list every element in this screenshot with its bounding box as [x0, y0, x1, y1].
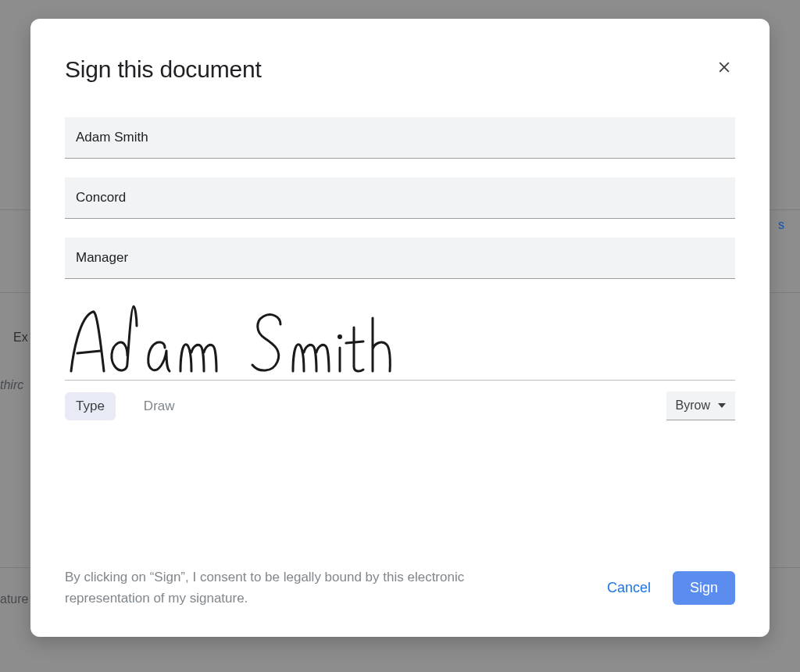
tab-type[interactable]: Type: [65, 392, 116, 420]
signature-mode-tabs: Type Draw: [65, 392, 186, 420]
footer-actions: Cancel Sign: [601, 571, 735, 605]
modal-header: Sign this document: [65, 56, 735, 83]
close-icon: [716, 59, 732, 75]
svg-point-2: [339, 336, 341, 338]
cancel-button[interactable]: Cancel: [601, 572, 657, 604]
signature-rendering: [65, 302, 393, 377]
signature-font-label: Byrow: [676, 399, 710, 413]
company-field[interactable]: [65, 177, 735, 219]
signature-font-select[interactable]: Byrow: [666, 391, 735, 420]
consent-text: By clicking on “Sign”, I consent to be l…: [65, 567, 534, 609]
close-button[interactable]: [713, 56, 735, 78]
signature-controls: Type Draw Byrow: [65, 391, 735, 420]
role-field[interactable]: [65, 238, 735, 279]
signer-name-field[interactable]: [65, 117, 735, 159]
modal-title: Sign this document: [65, 56, 262, 83]
sign-document-modal: Sign this document: [30, 19, 770, 637]
sign-button[interactable]: Sign: [673, 571, 735, 605]
tab-draw[interactable]: Draw: [133, 392, 186, 420]
signature-preview[interactable]: [65, 298, 735, 381]
caret-down-icon: [718, 403, 726, 408]
modal-footer: By clicking on “Sign”, I consent to be l…: [65, 567, 735, 609]
